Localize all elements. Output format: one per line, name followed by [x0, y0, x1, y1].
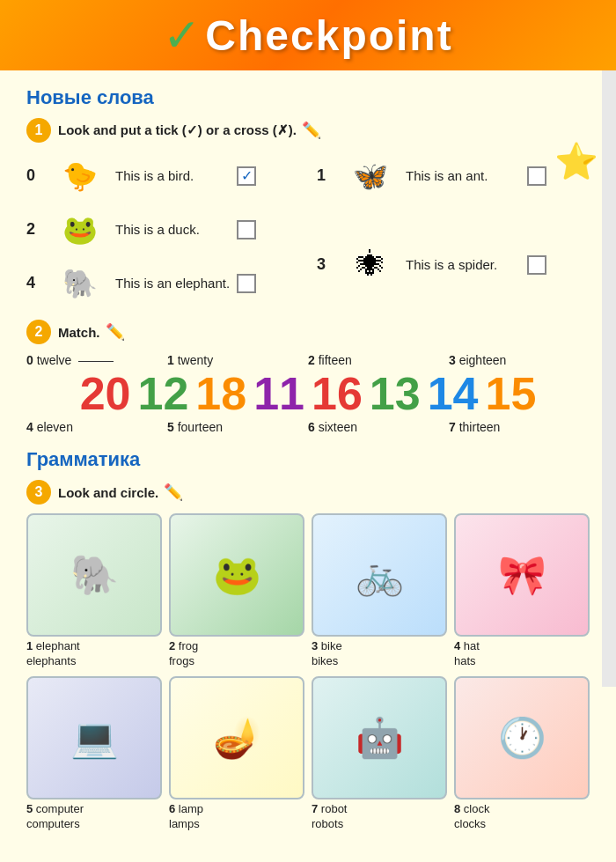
word-item-6: 6 sixteen	[308, 420, 449, 434]
img-label-computer: 5 computercomputers	[26, 802, 84, 832]
img-label-robot: 7 robotrobots	[312, 802, 347, 832]
animal-img-0: 🐤	[51, 151, 108, 200]
img-item-bike: 🚲 3 bikebikes	[312, 513, 447, 669]
img-item-robot: 🤖 7 robotrobots	[312, 676, 447, 832]
animal-num-1: 1	[317, 166, 334, 185]
checkbox-4[interactable]	[237, 274, 256, 293]
word-item-3: 3 eighteen	[449, 353, 590, 367]
img-box-hat[interactable]: 🎀	[454, 513, 590, 637]
vocab-section-header: Новые слова	[26, 86, 590, 109]
img-label-hat: 4 hathats	[454, 639, 480, 669]
img-label-frog: 2 frogfrogs	[169, 639, 198, 669]
word-item-4: 4 eleven	[26, 420, 167, 434]
img-box-computer[interactable]: 💻	[26, 676, 162, 799]
animal-text-0: This is a bird.	[115, 168, 230, 183]
animal-text-4: This is an elephant.	[115, 276, 230, 291]
num-12: 12	[137, 371, 188, 416]
word-item-1: 1 twenty	[167, 353, 308, 367]
animal-text-2: This is a duck.	[115, 222, 230, 237]
img-box-elephant[interactable]: 🐘	[26, 513, 162, 637]
match-words-bottom: 4 eleven 5 fourteen 6 sixteen 7 thirteen	[26, 420, 590, 434]
animals-grid: 0 🐤 This is a bird. ✓ 2 🐸 This is a duck…	[26, 151, 590, 307]
num-16: 16	[312, 371, 363, 416]
num-15: 15	[486, 371, 537, 416]
exercise3-header: 3 Look and circle. ✏️	[26, 480, 590, 505]
exercise2-header: 2 Match. ✏️	[26, 320, 590, 344]
img-label-lamp: 6 lamplamps	[169, 802, 203, 832]
animal-num-4: 4	[26, 274, 44, 292]
word-item-0: 0 twelve	[26, 353, 167, 367]
match-section: 0 twelve 1 twenty 2 fifteen 3 eighteen 2…	[26, 353, 590, 434]
num-18: 18	[195, 371, 246, 416]
main-content: Новые слова 1 Look and put a tick (✓) or…	[0, 70, 616, 855]
animal-num-2: 2	[26, 220, 44, 239]
animal-img-2: 🐸	[51, 205, 108, 254]
exercise2-instruction: Match.	[58, 325, 100, 340]
exercise3-number: 3	[26, 480, 51, 505]
img-box-bike[interactable]: 🚲	[312, 513, 447, 637]
animal-row-1: 1 🦋 This is an ant.	[317, 151, 590, 200]
animal-text-3: This is a spider.	[406, 257, 520, 272]
pencil2-icon: ✏️	[106, 322, 125, 342]
pencil-icon: ✏️	[302, 121, 321, 140]
animal-img-3: 🕷	[341, 240, 399, 289]
num-20: 20	[80, 371, 131, 416]
num-11: 11	[253, 371, 304, 416]
img-item-computer: 💻 5 computercomputers	[26, 676, 162, 832]
page-header: ✓ Checkpoint	[0, 0, 616, 70]
star-decoration: ⭐	[554, 141, 598, 182]
animal-row-2: 2 🐸 This is a duck.	[26, 205, 299, 254]
right-strip-decoration	[602, 70, 616, 687]
img-item-hat: 🎀 4 hathats	[454, 513, 590, 669]
exercise1-instruction: Look and put a tick (✓) or a cross (✗).	[58, 122, 297, 138]
exercise1-header: 1 Look and put a tick (✓) or a cross (✗)…	[26, 118, 590, 143]
checkbox-3[interactable]	[527, 255, 546, 275]
num-14: 14	[428, 371, 479, 416]
img-box-frog[interactable]: 🐸	[169, 513, 304, 637]
img-box-lamp[interactable]: 🪔	[169, 676, 304, 799]
animal-num-3: 3	[317, 255, 334, 274]
animal-num-0: 0	[26, 166, 44, 185]
img-box-robot[interactable]: 🤖	[312, 676, 447, 799]
num-13: 13	[370, 371, 421, 416]
checkbox-2[interactable]	[237, 220, 256, 239]
word-item-7: 7 thirteen	[449, 420, 590, 434]
checkbox-1[interactable]	[527, 166, 546, 186]
checkmark-icon: ✓	[163, 9, 202, 62]
checkbox-0[interactable]: ✓	[237, 166, 256, 186]
pencil3-icon: ✏️	[164, 483, 183, 502]
exercise2-number: 2	[26, 320, 51, 344]
page-title: Checkpoint	[205, 11, 452, 60]
animal-img-1: 🦋	[341, 151, 399, 200]
exercise3-instruction: Look and circle.	[58, 485, 158, 500]
img-box-clock[interactable]: 🕐	[454, 676, 590, 799]
word-item-2: 2 fifteen	[308, 353, 449, 367]
img-item-frog: 🐸 2 frogfrogs	[169, 513, 304, 669]
img-label-clock: 8 clockclocks	[454, 802, 489, 832]
img-label-elephant: 1 elephantelephants	[26, 639, 80, 669]
grammar-section-header: Грамматика	[26, 448, 590, 471]
animal-img-4: 🐘	[51, 259, 108, 307]
img-item-elephant: 🐘 1 elephantelephants	[26, 513, 162, 669]
big-numbers-row: 20 12 18 11 16 13 14 15	[26, 371, 590, 416]
animal-row-0: 0 🐤 This is a bird. ✓	[26, 151, 299, 200]
animal-text-1: This is an ant.	[406, 168, 520, 183]
exercise1-number: 1	[26, 118, 51, 143]
img-item-lamp: 🪔 6 lamplamps	[169, 676, 304, 832]
img-label-bike: 3 bikebikes	[312, 639, 342, 669]
animal-row-3: 3 🕷 This is a spider.	[317, 240, 590, 289]
word-item-5: 5 fourteen	[167, 420, 308, 434]
img-item-clock: 🕐 8 clockclocks	[454, 676, 590, 832]
grammar-section: Грамматика 3 Look and circle. ✏️ 🐘 1 ele…	[26, 448, 590, 832]
match-words-top: 0 twelve 1 twenty 2 fifteen 3 eighteen	[26, 353, 590, 367]
animal-row-4: 4 🐘 This is an elephant.	[26, 259, 299, 307]
images-grid: 🐘 1 elephantelephants 🐸 2 frogfrogs 🚲	[26, 513, 590, 832]
